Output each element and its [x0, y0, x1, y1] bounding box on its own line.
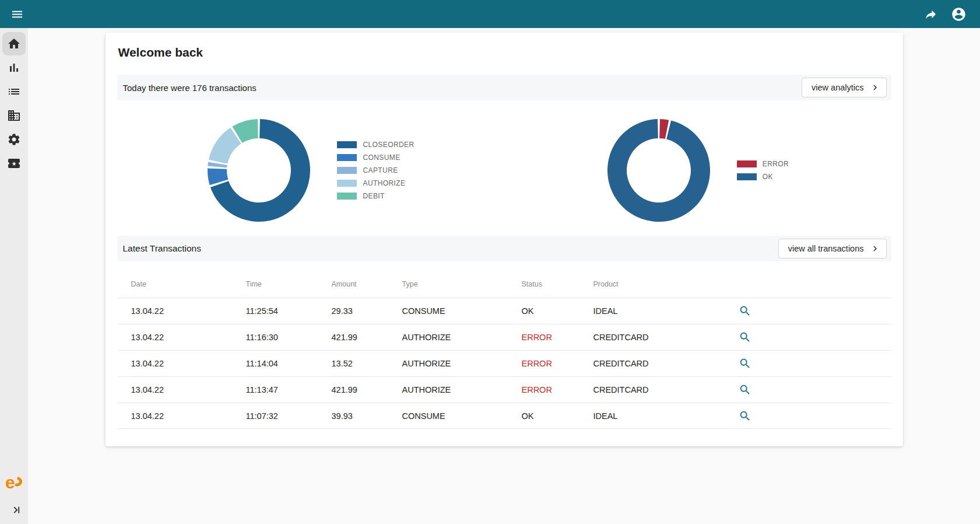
cell-type: CONSUME: [402, 306, 522, 316]
cell-status: ERROR: [522, 359, 593, 368]
table-row: 13.04.2211:16:30421.99AUTHORIZEERRORCRED…: [117, 324, 891, 350]
legend-swatch-closeorder: [337, 141, 357, 148]
forward-arrow-icon: [924, 8, 937, 21]
cell-product: CREDITCARD: [593, 385, 737, 394]
latest-transactions-title: Latest Transactions: [123, 243, 201, 254]
transaction-status-legend: ERROROK: [737, 158, 789, 183]
svg-text:e: e: [5, 473, 15, 491]
cell-product: CREDITCARD: [593, 333, 737, 342]
sidebar-items: [2, 32, 26, 176]
cell-status: OK: [522, 411, 593, 421]
sidebar-item-home[interactable]: [2, 32, 26, 55]
table-header-row: DateTimeAmountTypeStatusProduct: [117, 271, 891, 298]
legend-swatch-ok: [737, 173, 757, 180]
legend-swatch-capture: [337, 167, 357, 174]
legend-label: AUTHORIZE: [363, 179, 405, 187]
chevron-right-icon: [870, 243, 880, 254]
home-icon: [7, 37, 21, 51]
menu-button[interactable]: [6, 3, 28, 25]
ticket-star-icon: [7, 156, 21, 170]
sidebar-item-list[interactable]: [2, 80, 26, 103]
legend-label: CONSUME: [363, 153, 400, 162]
main-content: Welcome back Today there were 176 transa…: [28, 28, 980, 524]
column-header-amount: Amount: [332, 280, 402, 288]
inspect-transaction-button[interactable]: [737, 329, 753, 345]
legend-item-error: ERROR: [737, 160, 789, 168]
table-row: 13.04.2211:14:0413.52AUTHORIZEERRORCREDI…: [117, 350, 891, 376]
cell-amount: 29.33: [332, 306, 402, 316]
table-row: 13.04.2211:13:47421.99AUTHORIZEERRORCRED…: [117, 376, 891, 403]
cell-time: 11:25:54: [246, 306, 332, 316]
search-icon: [739, 383, 751, 396]
cell-amount: 39.93: [332, 411, 402, 421]
legend-swatch-consume: [337, 154, 357, 161]
sidebar-item-bar-chart[interactable]: [2, 56, 26, 79]
view-all-transactions-button[interactable]: view all transactions: [778, 239, 887, 258]
transactions-table: DateTimeAmountTypeStatusProduct 13.04.22…: [117, 271, 891, 429]
legend-item-authorize: AUTHORIZE: [337, 179, 414, 187]
sidebar-item-gear[interactable]: [2, 128, 26, 151]
gear-icon: [7, 132, 21, 146]
redirect-button[interactable]: [919, 3, 942, 25]
transaction-status-donut: [606, 118, 711, 223]
cell-type: CONSUME: [402, 411, 522, 421]
analytics-banner: Today there were 176 transactions view a…: [117, 75, 891, 100]
cell-status: ERROR: [522, 333, 593, 342]
cell-amount: 13.52: [332, 359, 402, 368]
cell-type: AUTHORIZE: [402, 333, 522, 342]
app-bar: [0, 0, 980, 28]
page-title: Welcome back: [118, 46, 891, 60]
sidebar-item-ticket-star[interactable]: [2, 152, 26, 175]
cell-amount: 421.99: [332, 333, 402, 342]
cell-status: ERROR: [522, 385, 593, 394]
cell-date: 13.04.22: [131, 333, 246, 342]
charts-row: CLOSEORDERCONSUMECAPTUREAUTHORIZEDEBIT E…: [117, 118, 891, 223]
view-analytics-button[interactable]: view analytics: [802, 78, 886, 97]
legend-swatch-authorize: [337, 180, 357, 187]
cell-amount: 421.99: [332, 385, 402, 394]
cell-time: 11:13:47: [246, 385, 332, 394]
view-all-transactions-label: view all transactions: [788, 244, 864, 253]
cell-date: 13.04.22: [131, 385, 246, 394]
dashboard-card: Welcome back Today there were 176 transa…: [106, 33, 903, 446]
search-icon: [739, 410, 751, 422]
column-header-date: Date: [131, 280, 246, 288]
sidebar-footer: e: [4, 473, 24, 524]
legend-label: OK: [763, 173, 773, 181]
search-icon: [739, 331, 751, 344]
legend-item-debit: DEBIT: [337, 192, 414, 200]
inspect-transaction-button[interactable]: [737, 408, 753, 424]
transaction-types-donut: [206, 118, 311, 223]
legend-label: DEBIT: [363, 192, 384, 200]
legend-swatch-error: [737, 160, 757, 167]
column-header-time: Time: [246, 280, 332, 288]
account-button[interactable]: [947, 3, 970, 25]
cell-time: 11:07:32: [246, 411, 332, 421]
expand-sidebar-button[interactable]: [6, 502, 22, 518]
transaction-types-chart: CLOSEORDERCONSUMECAPTUREAUTHORIZEDEBIT: [117, 118, 504, 223]
cell-time: 11:14:04: [246, 359, 332, 368]
search-icon: [739, 357, 751, 370]
donut-slice-ok: [607, 119, 710, 222]
expand-sidebar-icon: [8, 504, 20, 516]
column-header-product: Product: [593, 280, 737, 288]
cell-product: CREDITCARD: [593, 359, 737, 368]
bar-chart-icon: [7, 61, 21, 75]
cell-product: IDEAL: [593, 411, 737, 421]
transaction-types-legend: CLOSEORDERCONSUMECAPTUREAUTHORIZEDEBIT: [337, 138, 414, 202]
account-circle-icon: [951, 6, 967, 22]
table-body: 13.04.2211:25:5429.33CONSUMEOKIDEAL13.04…: [117, 298, 891, 429]
inspect-transaction-button[interactable]: [737, 382, 753, 398]
inspect-transaction-button[interactable]: [737, 355, 753, 372]
brand-logo-icon: e: [4, 473, 24, 491]
inspect-transaction-button[interactable]: [737, 303, 753, 319]
chevron-right-icon: [870, 82, 880, 93]
cell-date: 13.04.22: [131, 359, 246, 368]
cell-status: OK: [522, 306, 593, 316]
cell-product: IDEAL: [593, 306, 737, 316]
legend-item-closeorder: CLOSEORDER: [337, 141, 414, 149]
brand-logo[interactable]: e: [4, 473, 24, 491]
legend-swatch-debit: [337, 193, 357, 200]
sidebar-item-building[interactable]: [2, 104, 26, 127]
legend-label: CLOSEORDER: [363, 141, 414, 149]
